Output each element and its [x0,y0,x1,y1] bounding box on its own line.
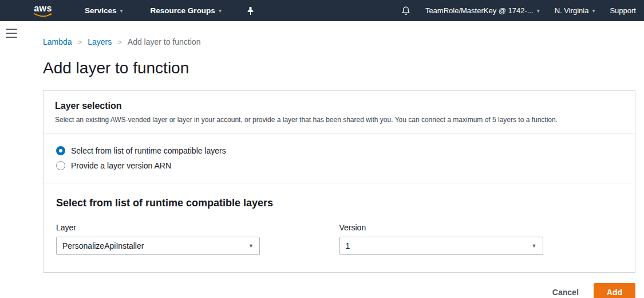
radio-selected-icon [56,146,65,155]
card-description: Select an existing AWS-vended layer or l… [55,116,623,124]
breadcrumb: Lambda > Layers > Add layer to function [43,37,635,46]
region-menu[interactable]: N. Virginia ▾ [555,6,595,15]
aws-logo-text: aws [34,5,52,13]
chevron-down-icon: ▾ [592,7,595,14]
layer-field-label: Layer [56,223,339,232]
card-title: Layer selection [55,101,623,111]
radio-layer-version-arn[interactable]: Provide a layer version ARN [56,161,623,170]
version-select[interactable]: 1 ▼ [339,237,543,255]
chevron-down-icon: ▾ [120,7,123,14]
chevron-down-icon: ▾ [537,7,540,14]
layer-selection-card: Layer selection Select an existing AWS-v… [43,90,635,273]
chevron-down-icon: ▾ [219,7,222,14]
layer-select-value: PersonalizeApiInstaller [62,241,144,250]
notifications-button[interactable] [401,6,410,15]
pushpin-icon [247,6,254,15]
aws-smile-icon [33,13,53,17]
account-menu[interactable]: TeamRole/MasterKey @ 1742-... ▾ [425,6,540,15]
layer-field: Layer PersonalizeApiInstaller ▼ [56,223,339,255]
services-menu[interactable]: Services ▾ [85,6,123,15]
breadcrumb-current: Add layer to function [128,37,201,46]
layer-select[interactable]: PersonalizeApiInstaller ▼ [56,237,260,255]
resource-groups-menu[interactable]: Resource Groups ▾ [151,6,222,15]
resource-groups-menu-label: Resource Groups [151,6,215,15]
services-menu-label: Services [85,6,117,15]
version-select-value: 1 [346,241,350,250]
breadcrumb-separator: > [78,38,82,46]
footer-actions: Cancel Add [43,283,635,298]
account-menu-label: TeamRole/MasterKey @ 1742-... [425,6,534,15]
support-menu-label: Support [610,6,636,15]
radio-label: Provide a layer version ARN [71,161,171,170]
chevron-down-icon: ▼ [532,243,537,249]
menu-icon[interactable] [6,29,17,38]
layer-source-radio-group: Select from list of runtime compatible l… [44,134,635,183]
breadcrumb-lambda-link[interactable]: Lambda [43,37,72,46]
radio-runtime-compatible-layers[interactable]: Select from list of runtime compatible l… [56,146,623,155]
version-field-label: Version [339,223,623,232]
support-menu[interactable]: Support [610,6,636,15]
add-button[interactable]: Add [594,283,635,298]
breadcrumb-separator: > [117,38,122,46]
chevron-down-icon: ▼ [248,243,254,249]
region-menu-label: N. Virginia [555,6,589,15]
main-content: Lambda > Layers > Add layer to function … [43,21,635,298]
cancel-button[interactable]: Cancel [552,288,579,297]
pin-shortcut-button[interactable] [247,6,254,15]
radio-label: Select from list of runtime compatible l… [71,146,226,155]
aws-logo[interactable]: aws [33,5,53,17]
top-navigation-bar: aws Services ▾ Resource Groups ▾ TeamRol… [0,0,644,21]
page-title: Add layer to function [43,59,635,77]
version-field: Version 1 ▼ [339,223,623,255]
section-title: Select from list of runtime compatible l… [56,197,622,209]
radio-unselected-icon [56,161,65,170]
breadcrumb-layers-link[interactable]: Layers [88,37,112,46]
bell-icon [401,6,410,15]
